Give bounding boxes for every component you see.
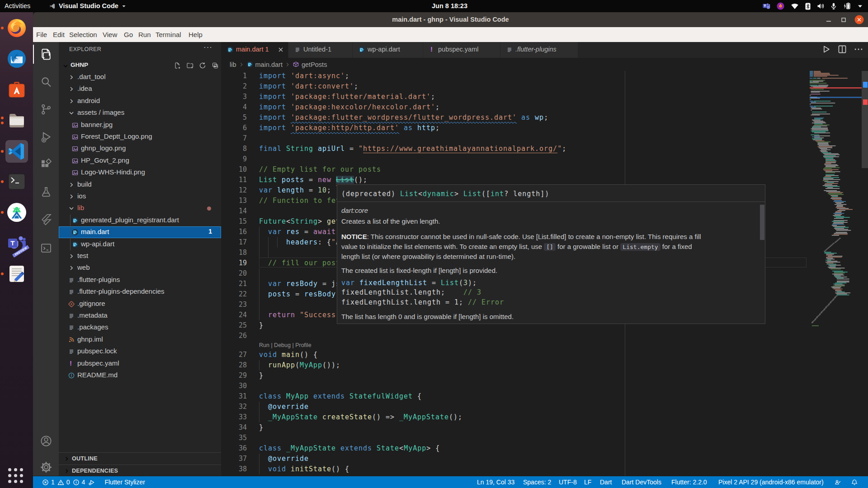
tab-.flutter-plugins[interactable]: .flutter-plugins: [500, 42, 578, 58]
tree-item-.packages[interactable]: .packages: [59, 322, 221, 333]
tree-item-android[interactable]: android: [59, 95, 221, 107]
window-title-bar[interactable]: main.dart - ghnp - Visual Studio Code: [33, 12, 868, 27]
tab-pubspec.yaml[interactable]: !pubspec.yaml: [423, 42, 500, 58]
status-dart[interactable]: Dart: [600, 476, 612, 488]
split-editor-button[interactable]: [837, 44, 847, 54]
tree-item-.dart-tool[interactable]: .dart_tool: [59, 71, 221, 83]
sidebar-more-icon[interactable]: ···: [203, 43, 212, 52]
codelens-run-debug-profile[interactable]: Run | Debug | Profile: [259, 342, 311, 348]
menu-view[interactable]: View: [103, 27, 117, 42]
dock-item-terminal[interactable]: [5, 170, 28, 193]
breadcrumb-getposts[interactable]: getPosts: [292, 61, 327, 68]
status-dart-devtools[interactable]: Dart DevTools: [622, 476, 661, 488]
status-ln-19-col-33[interactable]: Ln 19, Col 33: [477, 476, 514, 488]
app-menu[interactable]: Visual Studio Code: [49, 0, 126, 12]
breadcrumbs[interactable]: libmain.dartgetPosts: [221, 58, 868, 71]
activitybar-extensions-icon[interactable]: [33, 153, 59, 176]
project-section-header[interactable]: GHNP: [59, 60, 221, 71]
close-tab-icon[interactable]: [277, 46, 284, 55]
dock-item-files[interactable]: [5, 109, 28, 132]
dock-item-ubuntu-software[interactable]: [5, 78, 28, 101]
tab-main.dart[interactable]: main.dart 1: [221, 42, 288, 58]
dock-item-teams[interactable]: PREVIEW: [5, 232, 28, 254]
clock[interactable]: Jun 8 18:23: [432, 0, 467, 12]
tab-wp-api.dart[interactable]: wp-api.dart: [353, 42, 423, 58]
minimap[interactable]: [810, 71, 862, 387]
dock-item-text-editor[interactable]: [5, 263, 28, 285]
more-actions-button[interactable]: [854, 44, 863, 54]
status-flutter-2-2-0[interactable]: Flutter: 2.2.0: [671, 476, 707, 488]
activitybar-flutter-icon[interactable]: [33, 208, 59, 231]
minimize-button[interactable]: [824, 15, 834, 24]
activitybar-source-control-icon[interactable]: [33, 98, 59, 121]
status-spaces-2[interactable]: Spaces: 2: [523, 476, 551, 488]
new-folder-icon[interactable]: [186, 62, 193, 69]
tree-item-main.dart[interactable]: main.dart1: [59, 226, 221, 238]
menu-run[interactable]: Run: [138, 27, 151, 42]
tree-item-lib[interactable]: lib: [59, 202, 221, 214]
menu-selection[interactable]: Selection: [69, 27, 97, 42]
collapse-folders-icon[interactable]: [212, 62, 219, 69]
tree-item-.flutter-plugins-dependencies[interactable]: .flutter-plugins-dependencies: [59, 286, 221, 298]
dock-item-android-studio[interactable]: [5, 201, 28, 224]
tree-item-wp-api.dart[interactable]: wp-api.dart: [59, 239, 221, 250]
activities-button[interactable]: Activities: [5, 0, 30, 12]
dock-item-thunderbird[interactable]: [5, 47, 28, 70]
breadcrumb-main.dart[interactable]: main.dart: [246, 61, 283, 68]
maximize-button[interactable]: [839, 15, 849, 24]
menu-help[interactable]: Help: [189, 27, 203, 42]
new-file-icon[interactable]: [174, 62, 181, 69]
tree-item-forest-deptt-logo.png[interactable]: Forest_Deptt_Logo.png: [59, 131, 221, 143]
status-utf-8[interactable]: UTF-8: [559, 476, 577, 488]
activitybar-run-debug-icon[interactable]: [33, 126, 59, 148]
status-debug-run-icon[interactable]: [88, 479, 95, 486]
refresh-icon[interactable]: [199, 62, 206, 69]
menu-terminal[interactable]: Terminal: [156, 27, 181, 42]
tree-item-generated-plugin-registrant.dart[interactable]: generated_plugin_registrant.dart: [59, 215, 221, 226]
breadcrumb-lib[interactable]: lib: [230, 61, 236, 68]
tree-item-.idea[interactable]: .idea: [59, 83, 221, 95]
activitybar-test-beaker-icon[interactable]: [33, 181, 59, 203]
tree-item-web[interactable]: web: [59, 262, 221, 274]
tree-item-test[interactable]: test: [59, 250, 221, 262]
status-error-circle-icon[interactable]: 1: [42, 479, 55, 486]
tree-item-.metadata[interactable]: .metadata: [59, 310, 221, 322]
tree-item-.gitignore[interactable]: .gitignore: [59, 298, 221, 310]
status-lf[interactable]: LF: [584, 476, 591, 488]
run-button[interactable]: [821, 44, 831, 54]
show-applications-button[interactable]: [8, 468, 25, 485]
tree-item-logo-whs-hindi.png[interactable]: Logo-WHS-Hindi.png: [59, 167, 221, 178]
dock-item-vscode[interactable]: [5, 140, 28, 163]
tree-item-assets-images[interactable]: assets / images: [59, 107, 221, 119]
activitybar-search-icon[interactable]: [33, 70, 59, 93]
tree-item-hp-govt-2.png[interactable]: HP_Govt_2.png: [59, 155, 221, 167]
tree-item-build[interactable]: build: [59, 179, 221, 191]
tree-item-ghnp-logo.png[interactable]: ghnp_logo.png: [59, 143, 221, 155]
tree-item-ghnp.iml[interactable]: ghnp.iml: [59, 334, 221, 346]
dock-item-firefox[interactable]: [5, 17, 28, 39]
activitybar-terminal-panel-icon[interactable]: [33, 237, 59, 259]
status-pixel-2-api-29-android-x86-emulator-[interactable]: Pixel 2 API 29 (android-x86 emulator): [718, 476, 824, 488]
tab-untitled-1[interactable]: Untitled-1: [288, 42, 353, 58]
status-feedback-icon[interactable]: [834, 479, 841, 486]
tree-item-.flutter-plugins[interactable]: .flutter-plugins: [59, 274, 221, 286]
close-button[interactable]: [854, 15, 864, 24]
menu-go[interactable]: Go: [124, 27, 133, 42]
status-info-circle-icon[interactable]: 4: [73, 479, 85, 486]
tree-item-ios[interactable]: ios: [59, 191, 221, 202]
status-flutter-stylizer[interactable]: Flutter Stylizer: [104, 479, 145, 486]
tree-item-readme.md[interactable]: README.md: [59, 370, 221, 381]
activitybar-account-icon[interactable]: [33, 430, 59, 452]
activitybar-explorer-icon[interactable]: [33, 43, 59, 66]
hover-scrollbar[interactable]: [760, 205, 764, 240]
menu-edit[interactable]: Edit: [53, 27, 65, 42]
tree-item-banner.jpg[interactable]: banner.jpg: [59, 119, 221, 131]
system-tray[interactable]: [763, 0, 863, 12]
dependencies-section[interactable]: DEPENDENCIES: [59, 465, 221, 476]
status-warning-triangle-icon[interactable]: 0: [57, 479, 70, 486]
tree-item-pubspec.lock[interactable]: pubspec.lock: [59, 346, 221, 357]
tree-item-pubspec.yaml[interactable]: !pubspec.yaml: [59, 358, 221, 370]
outline-section[interactable]: OUTLINE: [59, 452, 221, 465]
menu-file[interactable]: File: [36, 27, 47, 42]
status-bell-icon[interactable]: [851, 479, 858, 486]
